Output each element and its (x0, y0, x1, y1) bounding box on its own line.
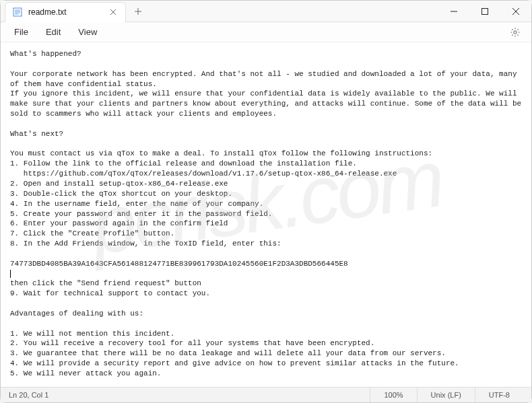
svg-rect-10 (482, 8, 488, 14)
tab-title: readme.txt (28, 7, 102, 17)
text-cursor (10, 270, 11, 278)
zoom-level[interactable]: 100% (370, 388, 416, 402)
close-tab-icon[interactable] (108, 7, 119, 17)
svg-rect-0 (13, 8, 22, 16)
cursor-position: Ln 20, Col 1 (9, 391, 370, 399)
window-controls (438, 1, 531, 22)
menubar: File Edit View (1, 22, 531, 42)
menu-view[interactable]: View (71, 24, 104, 40)
encoding[interactable]: UTF-8 (475, 388, 523, 402)
content-text-1: What's happened? Your corporate network … (10, 50, 526, 268)
notepad-icon (12, 7, 23, 17)
tab-readme[interactable]: readme.txt (5, 2, 126, 22)
menu-edit[interactable]: Edit (39, 24, 67, 40)
new-tab-button[interactable] (129, 2, 147, 21)
settings-button[interactable] (506, 23, 525, 42)
minimize-button[interactable] (438, 1, 469, 22)
titlebar: readme.txt (1, 1, 531, 22)
line-ending[interactable]: Unix (LF) (417, 388, 475, 402)
svg-point-13 (514, 30, 517, 33)
close-button[interactable] (500, 1, 531, 22)
text-editor-area[interactable]: What's happened? Your corporate network … (1, 42, 531, 387)
notepad-window: pcrisk.com readme.txt Fil (0, 0, 532, 403)
maximize-button[interactable] (469, 1, 500, 22)
statusbar: Ln 20, Col 1 100% Unix (LF) UTF-8 (1, 387, 531, 402)
menu-file[interactable]: File (7, 24, 35, 40)
content-text-2: then click the "Send friend request" but… (10, 279, 517, 387)
gear-icon (510, 27, 521, 38)
